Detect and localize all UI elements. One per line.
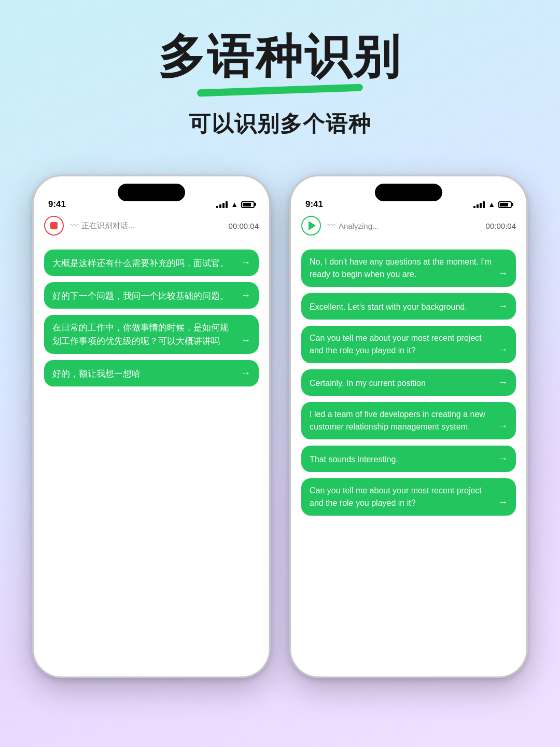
arrow-icon-left-1: → — [241, 256, 250, 270]
wifi-icon-right: ▲ — [488, 200, 495, 209]
signal-bar-3 — [222, 203, 225, 208]
arrow-icon-right-7: → — [498, 495, 508, 509]
bubble-text-right-1: No, I don't have any questions at the mo… — [310, 256, 493, 281]
chat-area-right: No, I don't have any questions at the mo… — [291, 241, 526, 676]
chat-bubble-left-4: 好的，额让我想一想哈 → — [44, 360, 259, 386]
arrow-icon-left-2: → — [241, 288, 250, 302]
subtitle: 可以识别多个语种 — [158, 109, 402, 139]
signal-bar-r4 — [483, 201, 485, 208]
bubble-text-left-2: 好的下一个问题，我问一个比较基础的问题。 — [52, 289, 236, 303]
battery-fill-left — [243, 203, 251, 206]
signal-bars-right — [473, 201, 485, 208]
battery-fill-right — [500, 203, 508, 206]
play-button[interactable] — [301, 216, 321, 236]
bubble-text-left-3: 在日常的工作中，你做事情的时候，是如何规划工作事项的优先级的呢？可以大概讲讲吗 — [52, 321, 236, 348]
chat-bubble-right-1: No, I don't have any questions at the mo… — [301, 250, 516, 287]
bubble-text-left-4: 好的，额让我想一想哈 — [52, 367, 236, 381]
status-time-left: 9:41 — [48, 199, 66, 210]
arrow-icon-right-4: → — [498, 376, 508, 390]
bubble-text-right-5: I led a team of five developers in creat… — [310, 408, 493, 433]
phone-right: 9:41 ▲ — [289, 175, 528, 678]
battery-icon-right — [498, 201, 512, 208]
bubble-text-right-6: That sounds interesting. — [310, 453, 493, 466]
signal-bar-4 — [226, 201, 228, 208]
arrow-icon-left-3: → — [241, 334, 250, 348]
main-title: 多语种识别 — [158, 31, 402, 82]
chat-bubble-left-3: 在日常的工作中，你做事情的时候，是如何规划工作事项的优先级的呢？可以大概讲讲吗 … — [44, 315, 259, 354]
recording-time-right: 00:00:04 — [486, 222, 516, 230]
status-icons-left: ▲ — [216, 200, 255, 209]
signal-bar-2 — [219, 204, 221, 208]
chat-area-left: 大概是这样还有什么需要补充的吗，面试官。 → 好的下一个问题，我问一个比较基础的… — [34, 241, 269, 676]
signal-bar-1 — [216, 206, 218, 208]
chat-bubble-right-2: Excellent. Let's start with your backgro… — [301, 293, 516, 320]
bubble-text-right-3: Can you tell me about your most recent p… — [310, 332, 493, 357]
dynamic-island-right — [375, 184, 442, 201]
arrow-icon-left-4: → — [241, 366, 250, 380]
waveform-icon-left: 〰 — [70, 221, 78, 230]
arrow-icon-right-2: → — [498, 299, 508, 313]
phone-left: 9:41 ▲ — [32, 175, 271, 678]
waveform-icon-right: 〰 — [327, 221, 335, 230]
arrow-icon-right-6: → — [498, 452, 508, 466]
header-section: 多语种识别 可以识别多个语种 — [158, 31, 402, 139]
recording-bar-left: 〰 正在识别对话... 00:00:04 — [34, 211, 269, 241]
bubble-text-right-7: Can you tell me about your most recent p… — [310, 485, 493, 509]
recording-status-left: 正在识别对话... — [81, 221, 222, 231]
status-icons-right: ▲ — [473, 200, 512, 209]
phones-container: 9:41 ▲ — [17, 175, 543, 678]
record-stop-button[interactable] — [44, 216, 64, 236]
stop-icon — [50, 222, 58, 229]
arrow-icon-right-3: → — [498, 343, 508, 357]
bubble-text-right-4: Certainly. In my current position — [310, 377, 493, 390]
recording-status-right: Analyzing... — [339, 222, 480, 230]
chat-bubble-left-1: 大概是这样还有什么需要补充的吗，面试官。 → — [44, 250, 259, 276]
recording-time-left: 00:00:04 — [229, 222, 259, 230]
waveform-area-left: 〰 正在识别对话... — [70, 221, 222, 231]
waveform-area-right: 〰 Analyzing... — [327, 221, 480, 230]
dynamic-island-left — [118, 184, 185, 201]
bubble-text-left-1: 大概是这样还有什么需要补充的吗，面试官。 — [52, 257, 236, 270]
chat-bubble-right-4: Certainly. In my current position → — [301, 369, 516, 396]
underline-decoration — [197, 84, 363, 96]
chat-bubble-right-3: Can you tell me about your most recent p… — [301, 326, 516, 363]
bubble-text-right-2: Excellent. Let's start with your backgro… — [310, 301, 493, 313]
signal-bars-left — [216, 201, 228, 208]
wifi-icon-left: ▲ — [231, 200, 238, 209]
signal-bar-r2 — [477, 204, 479, 208]
play-icon — [309, 221, 316, 230]
chat-bubble-right-5: I led a team of five developers in creat… — [301, 402, 516, 439]
recording-bar-right: 〰 Analyzing... 00:00:04 — [291, 211, 526, 241]
signal-bar-r1 — [473, 206, 475, 208]
battery-icon-left — [241, 201, 255, 208]
signal-bar-r3 — [480, 203, 482, 208]
chat-bubble-right-7: Can you tell me about your most recent p… — [301, 478, 516, 516]
chat-bubble-left-2: 好的下一个问题，我问一个比较基础的问题。 → — [44, 282, 259, 309]
arrow-icon-right-5: → — [498, 419, 508, 433]
chat-bubble-right-6: That sounds interesting. → — [301, 446, 516, 472]
arrow-icon-right-1: → — [498, 267, 508, 281]
status-time-right: 9:41 — [305, 199, 323, 210]
